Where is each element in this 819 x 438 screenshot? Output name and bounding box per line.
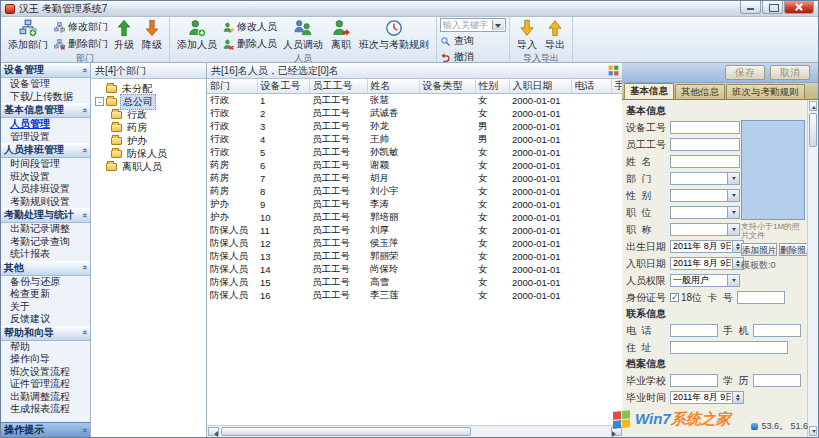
- sidebar-item[interactable]: 人员排班设置: [1, 183, 90, 196]
- resign-button[interactable]: 离职: [327, 18, 355, 53]
- table-row[interactable]: 护办10员工工号郭培丽女2000-01-01: [207, 211, 623, 224]
- tree-node[interactable]: 护办: [93, 134, 206, 147]
- address-input[interactable]: [670, 341, 788, 354]
- sidebar-item[interactable]: 时间段管理: [1, 158, 90, 171]
- tree-node[interactable]: 防保人员: [93, 147, 206, 160]
- table-row[interactable]: 行政3员工工号孙龙男2000-01-01: [207, 120, 623, 133]
- date-spinner[interactable]: [732, 392, 743, 403]
- table-row[interactable]: 药房7员工工号胡月女2000-01-01: [207, 172, 623, 185]
- edit-dept-button[interactable]: 修改部门: [54, 20, 108, 34]
- tree-node[interactable]: 行政: [93, 108, 206, 121]
- column-header[interactable]: 电话: [571, 79, 611, 94]
- horizontal-scrollbar[interactable]: [207, 425, 623, 437]
- delete-person-button[interactable]: 删除人员: [223, 37, 277, 51]
- position-select[interactable]: [670, 206, 740, 219]
- birth-date-input[interactable]: 2011年 8月 9日: [670, 240, 744, 253]
- scroll-up-arrow[interactable]: [809, 101, 817, 111]
- sidebar-item[interactable]: 生成报表流程: [1, 403, 90, 416]
- job-title-select[interactable]: [670, 223, 740, 236]
- sidebar-section-header[interactable]: 设备管理«: [1, 63, 90, 78]
- emp-id-input[interactable]: [670, 138, 740, 151]
- sidebar-item[interactable]: 管理设置: [1, 131, 90, 144]
- sidebar-item[interactable]: 备份与还原: [1, 276, 90, 289]
- sidebar-item[interactable]: 下载/上传数据: [1, 91, 90, 104]
- sidebar-item[interactable]: 人员管理: [1, 118, 90, 131]
- scroll-down-arrow[interactable]: [809, 426, 817, 436]
- privilege-select[interactable]: 一般用户: [670, 274, 740, 287]
- close-button[interactable]: [784, 1, 814, 14]
- table-row[interactable]: 防保人员14员工工号尚保玲女2000-01-01: [207, 263, 623, 276]
- scrollbar-thumb[interactable]: [809, 113, 817, 147]
- tree-node[interactable]: 离职人员: [93, 160, 206, 173]
- tree-node[interactable]: -总公司: [93, 95, 206, 108]
- shift-rules-button[interactable]: 班次与考勤规则: [355, 18, 433, 53]
- gender-select[interactable]: [670, 189, 740, 202]
- scrollbar-thumb[interactable]: [221, 427, 471, 436]
- sidebar-item[interactable]: 出勤记录调整: [1, 223, 90, 236]
- sidebar-section-header[interactable]: 基本信息管理«: [1, 103, 90, 118]
- table-row[interactable]: 防保人员13员工工号郭丽荣女2000-01-01: [207, 250, 623, 263]
- column-header[interactable]: 设备工号: [257, 79, 309, 94]
- table-row[interactable]: 行政2员工工号武诚香女2000-01-01: [207, 107, 623, 120]
- scroll-left-arrow[interactable]: [208, 427, 219, 436]
- degree-input[interactable]: [753, 374, 801, 387]
- maximize-button[interactable]: [762, 1, 783, 14]
- add-person-button[interactable]: 添加人员: [173, 18, 221, 53]
- sidebar-item[interactable]: 设备管理: [1, 78, 90, 91]
- minimize-button[interactable]: [740, 1, 761, 14]
- tab-2[interactable]: 班次与考勤规则: [726, 84, 805, 99]
- sidebar-item[interactable]: 帮助: [1, 341, 90, 354]
- table-row[interactable]: 防保人员15员工工号高雪女2000-01-01: [207, 276, 623, 289]
- transfer-person-button[interactable]: 人员调动: [279, 18, 327, 53]
- undo-button[interactable]: 撤消: [440, 50, 506, 64]
- add-dept-button[interactable]: 添加部门: [4, 18, 52, 53]
- tab-1[interactable]: 其他信息: [675, 84, 725, 99]
- grad-date-input[interactable]: 2011年 8月 9日: [670, 391, 744, 404]
- sidebar-item[interactable]: 统计报表: [1, 248, 90, 261]
- sidebar-item[interactable]: 证件管理流程: [1, 378, 90, 391]
- sidebar-item[interactable]: 关于: [1, 301, 90, 314]
- phone-input[interactable]: [670, 324, 718, 337]
- mobile-input[interactable]: [753, 324, 801, 337]
- save-button[interactable]: 保存: [725, 65, 765, 80]
- tab-0[interactable]: 基本信息: [624, 83, 674, 99]
- sidebar-footer-tips[interactable]: 操作提示 «: [1, 422, 90, 437]
- sidebar-section-header[interactable]: 人员排班管理«: [1, 143, 90, 158]
- table-row[interactable]: 行政1员工工号张慧女2000-01-01: [207, 94, 623, 108]
- name-input[interactable]: [670, 155, 740, 168]
- downgrade-button[interactable]: 降级: [138, 18, 166, 53]
- sidebar-item[interactable]: 班次设置流程: [1, 366, 90, 379]
- column-header[interactable]: 员工工号: [309, 79, 367, 94]
- table-row[interactable]: 药房6员工工号谢颖女2000-01-01: [207, 159, 623, 172]
- id18-checkbox[interactable]: [670, 293, 679, 302]
- edit-person-button[interactable]: 修改人员: [223, 20, 277, 34]
- column-header[interactable]: 姓名: [367, 79, 419, 94]
- sidebar-item[interactable]: 班次设置: [1, 171, 90, 184]
- table-row[interactable]: 行政5员工工号孙凯敏女2000-01-01: [207, 146, 623, 159]
- cancel-button[interactable]: 取消: [770, 65, 810, 80]
- school-input[interactable]: [670, 374, 718, 387]
- scroll-right-arrow[interactable]: [611, 427, 622, 436]
- table-row[interactable]: 防保人员16员工工号李三莲女2000-01-01: [207, 289, 623, 302]
- table-row[interactable]: 护办9员工工号李涛女2000-01-01: [207, 198, 623, 211]
- sidebar-item[interactable]: 出勤调整流程: [1, 391, 90, 404]
- sidebar-item[interactable]: 检查更新: [1, 288, 90, 301]
- sidebar-item[interactable]: 考勤记录查询: [1, 236, 90, 249]
- keyword-input[interactable]: 输入关键字: [440, 18, 506, 32]
- table-row[interactable]: 药房8员工工号刘小宇女2000-01-01: [207, 185, 623, 198]
- dept-select[interactable]: [670, 172, 740, 185]
- export-button[interactable]: 导出: [541, 18, 569, 53]
- column-header[interactable]: 设备类型: [419, 79, 475, 94]
- hire-date-input[interactable]: 2011年 8月 9日: [670, 257, 744, 270]
- delete-dept-button[interactable]: 删除部门: [54, 37, 108, 51]
- tree-expander-icon[interactable]: -: [95, 97, 104, 106]
- column-settings-icon[interactable]: [608, 65, 619, 76]
- sidebar-item[interactable]: 考勤规则设置: [1, 196, 90, 209]
- table-row[interactable]: 防保人员12员工工号侯玉萍女2000-01-01: [207, 237, 623, 250]
- tree-node[interactable]: 药房: [93, 121, 206, 134]
- sidebar-section-header[interactable]: 考勤处理与统计«: [1, 208, 90, 223]
- add-photo-button[interactable]: 添加照片: [741, 243, 777, 256]
- sidebar-item[interactable]: 操作向导: [1, 353, 90, 366]
- card-no-input[interactable]: [737, 291, 785, 304]
- table-row[interactable]: 行政4员工工号王帅男2000-01-01: [207, 133, 623, 146]
